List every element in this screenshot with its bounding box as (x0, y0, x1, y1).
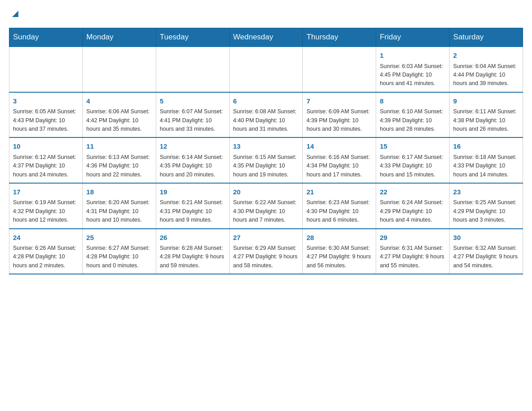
calendar-cell (156, 47, 229, 92)
day-info: Sunrise: 6:12 AM Sunset: 4:37 PM Dayligh… (13, 153, 79, 179)
calendar-cell: 10Sunrise: 6:12 AM Sunset: 4:37 PM Dayli… (9, 137, 83, 183)
day-number: 20 (233, 187, 299, 197)
day-number: 11 (86, 141, 152, 152)
day-number: 19 (160, 187, 226, 197)
day-of-week-thursday: Thursday (303, 28, 376, 47)
calendar-cell: 13Sunrise: 6:15 AM Sunset: 4:35 PM Dayli… (229, 137, 303, 183)
day-number: 24 (13, 233, 79, 243)
day-number: 22 (380, 187, 446, 197)
day-of-week-sunday: Sunday (9, 28, 83, 47)
day-info: Sunrise: 6:32 AM Sunset: 4:27 PM Dayligh… (453, 244, 519, 270)
day-info: Sunrise: 6:28 AM Sunset: 4:28 PM Dayligh… (160, 244, 226, 270)
day-number: 2 (453, 51, 519, 61)
calendar-cell (303, 47, 376, 92)
calendar-cell: 23Sunrise: 6:25 AM Sunset: 4:29 PM Dayli… (450, 183, 523, 229)
logo (9, 9, 20, 19)
day-info: Sunrise: 6:20 AM Sunset: 4:31 PM Dayligh… (86, 198, 152, 224)
calendar-cell (229, 47, 303, 92)
calendar-cell: 6Sunrise: 6:08 AM Sunset: 4:40 PM Daylig… (229, 92, 303, 138)
day-number: 16 (453, 141, 519, 152)
calendar-table: SundayMondayTuesdayWednesdayThursdayFrid… (9, 28, 523, 274)
day-number: 18 (86, 187, 152, 197)
day-number: 7 (306, 96, 372, 107)
calendar-cell: 29Sunrise: 6:31 AM Sunset: 4:27 PM Dayli… (376, 229, 450, 274)
svg-marker-0 (12, 11, 18, 17)
day-number: 21 (306, 187, 372, 197)
calendar-cell: 24Sunrise: 6:26 AM Sunset: 4:28 PM Dayli… (9, 229, 83, 274)
day-info: Sunrise: 6:15 AM Sunset: 4:35 PM Dayligh… (233, 153, 299, 179)
calendar-week-2: 3Sunrise: 6:05 AM Sunset: 4:43 PM Daylig… (9, 92, 523, 138)
calendar-week-3: 10Sunrise: 6:12 AM Sunset: 4:37 PM Dayli… (9, 137, 523, 183)
calendar-cell: 22Sunrise: 6:24 AM Sunset: 4:29 PM Dayli… (376, 183, 450, 229)
calendar-cell: 7Sunrise: 6:09 AM Sunset: 4:39 PM Daylig… (303, 92, 376, 138)
day-of-week-monday: Monday (82, 28, 156, 47)
calendar-cell: 21Sunrise: 6:23 AM Sunset: 4:30 PM Dayli… (303, 183, 376, 229)
calendar-cell (82, 47, 156, 92)
calendar-cell: 30Sunrise: 6:32 AM Sunset: 4:27 PM Dayli… (450, 229, 523, 274)
day-number: 27 (233, 233, 299, 243)
day-info: Sunrise: 6:26 AM Sunset: 4:28 PM Dayligh… (13, 244, 79, 270)
day-info: Sunrise: 6:04 AM Sunset: 4:44 PM Dayligh… (453, 62, 519, 88)
day-info: Sunrise: 6:11 AM Sunset: 4:38 PM Dayligh… (453, 107, 519, 133)
day-info: Sunrise: 6:25 AM Sunset: 4:29 PM Dayligh… (453, 198, 519, 224)
day-number: 5 (160, 96, 226, 107)
calendar-cell: 14Sunrise: 6:16 AM Sunset: 4:34 PM Dayli… (303, 137, 376, 183)
calendar-week-1: 1Sunrise: 6:03 AM Sunset: 4:45 PM Daylig… (9, 47, 523, 92)
day-number: 10 (13, 141, 79, 152)
day-info: Sunrise: 6:24 AM Sunset: 4:29 PM Dayligh… (380, 198, 446, 224)
calendar-cell (9, 47, 83, 92)
day-info: Sunrise: 6:14 AM Sunset: 4:35 PM Dayligh… (160, 153, 226, 179)
calendar-cell: 3Sunrise: 6:05 AM Sunset: 4:43 PM Daylig… (9, 92, 83, 138)
calendar-cell: 28Sunrise: 6:30 AM Sunset: 4:27 PM Dayli… (303, 229, 376, 274)
calendar-cell: 20Sunrise: 6:22 AM Sunset: 4:30 PM Dayli… (229, 183, 303, 229)
day-number: 8 (380, 96, 446, 107)
day-number: 13 (233, 141, 299, 152)
day-number: 25 (86, 233, 152, 243)
day-number: 1 (380, 51, 446, 61)
calendar-cell: 16Sunrise: 6:18 AM Sunset: 4:33 PM Dayli… (450, 137, 523, 183)
calendar-cell: 27Sunrise: 6:29 AM Sunset: 4:27 PM Dayli… (229, 229, 303, 274)
day-number: 28 (306, 233, 372, 243)
day-info: Sunrise: 6:31 AM Sunset: 4:27 PM Dayligh… (380, 244, 446, 270)
calendar-week-5: 24Sunrise: 6:26 AM Sunset: 4:28 PM Dayli… (9, 229, 523, 274)
day-info: Sunrise: 6:13 AM Sunset: 4:36 PM Dayligh… (86, 153, 152, 179)
day-info: Sunrise: 6:16 AM Sunset: 4:34 PM Dayligh… (306, 153, 372, 179)
day-of-week-friday: Friday (376, 28, 450, 47)
day-info: Sunrise: 6:08 AM Sunset: 4:40 PM Dayligh… (233, 107, 299, 133)
calendar-cell: 1Sunrise: 6:03 AM Sunset: 4:45 PM Daylig… (376, 47, 450, 92)
day-number: 3 (13, 96, 79, 107)
day-info: Sunrise: 6:18 AM Sunset: 4:33 PM Dayligh… (453, 153, 519, 179)
day-number: 30 (453, 233, 519, 243)
day-info: Sunrise: 6:03 AM Sunset: 4:45 PM Dayligh… (380, 62, 446, 88)
calendar-cell: 17Sunrise: 6:19 AM Sunset: 4:32 PM Dayli… (9, 183, 83, 229)
calendar-cell: 8Sunrise: 6:10 AM Sunset: 4:39 PM Daylig… (376, 92, 450, 138)
calendar-cell: 25Sunrise: 6:27 AM Sunset: 4:28 PM Dayli… (82, 229, 156, 274)
day-info: Sunrise: 6:05 AM Sunset: 4:43 PM Dayligh… (13, 107, 79, 133)
day-info: Sunrise: 6:30 AM Sunset: 4:27 PM Dayligh… (306, 244, 372, 270)
day-info: Sunrise: 6:09 AM Sunset: 4:39 PM Dayligh… (306, 107, 372, 133)
day-number: 12 (160, 141, 226, 152)
day-info: Sunrise: 6:19 AM Sunset: 4:32 PM Dayligh… (13, 198, 79, 224)
calendar-cell: 12Sunrise: 6:14 AM Sunset: 4:35 PM Dayli… (156, 137, 229, 183)
day-number: 15 (380, 141, 446, 152)
day-of-week-tuesday: Tuesday (156, 28, 229, 47)
day-info: Sunrise: 6:07 AM Sunset: 4:41 PM Dayligh… (160, 107, 226, 133)
day-of-week-saturday: Saturday (450, 28, 523, 47)
day-number: 17 (13, 187, 79, 197)
day-number: 6 (233, 96, 299, 107)
calendar-cell: 9Sunrise: 6:11 AM Sunset: 4:38 PM Daylig… (450, 92, 523, 138)
day-number: 23 (453, 187, 519, 197)
calendar-header-row: SundayMondayTuesdayWednesdayThursdayFrid… (9, 28, 523, 47)
calendar-cell: 4Sunrise: 6:06 AM Sunset: 4:42 PM Daylig… (82, 92, 156, 138)
calendar-cell: 26Sunrise: 6:28 AM Sunset: 4:28 PM Dayli… (156, 229, 229, 274)
day-info: Sunrise: 6:29 AM Sunset: 4:27 PM Dayligh… (233, 244, 299, 270)
day-info: Sunrise: 6:10 AM Sunset: 4:39 PM Dayligh… (380, 107, 446, 133)
calendar-cell: 11Sunrise: 6:13 AM Sunset: 4:36 PM Dayli… (82, 137, 156, 183)
calendar-cell: 18Sunrise: 6:20 AM Sunset: 4:31 PM Dayli… (82, 183, 156, 229)
day-info: Sunrise: 6:23 AM Sunset: 4:30 PM Dayligh… (306, 198, 372, 224)
day-number: 4 (86, 96, 152, 107)
calendar-week-4: 17Sunrise: 6:19 AM Sunset: 4:32 PM Dayli… (9, 183, 523, 229)
calendar-cell: 5Sunrise: 6:07 AM Sunset: 4:41 PM Daylig… (156, 92, 229, 138)
page-header (9, 9, 523, 19)
day-info: Sunrise: 6:21 AM Sunset: 4:31 PM Dayligh… (160, 198, 226, 224)
